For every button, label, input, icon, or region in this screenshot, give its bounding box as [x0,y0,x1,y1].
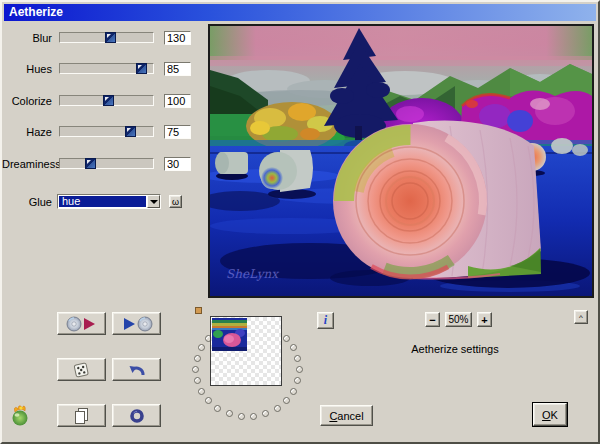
save-preset-button[interactable] [112,312,161,335]
memory-dot[interactable] [274,405,281,412]
titlebar[interactable]: Aetherize [4,4,596,21]
minus-icon: − [429,314,435,326]
memory-dot[interactable] [226,410,233,417]
glue-dropdown[interactable]: hue [57,194,161,209]
dial-preview-box[interactable] [210,316,282,386]
memory-dot[interactable] [192,366,199,373]
slider-track[interactable] [59,63,154,74]
memory-dot[interactable] [198,388,205,395]
slider-row-haze: Haze [2,125,202,140]
ok-button-frame: OK [532,402,568,427]
window-title: Aetherize [9,5,63,19]
cancel-button-label: Cancel [329,410,363,422]
zoom-level-button[interactable]: 50% [445,312,472,327]
zoom-level-label: 50% [448,314,468,325]
settings-thumbnail [212,318,247,351]
dropdown-button[interactable] [147,195,160,208]
settings-caption: Aetherize settings [342,343,568,355]
preview-pane[interactable]: SheLynx [208,24,594,298]
documents-icon [73,407,90,425]
zoom-out-button[interactable]: − [425,312,440,327]
aetherize-dialog: Aetherize Blur Hues Colorize Haze Dreami… [0,0,600,444]
omega-glyph: ω [172,197,179,207]
memory-dot[interactable] [198,344,205,351]
slider-thumb[interactable] [125,126,136,137]
slider-track[interactable] [59,95,154,106]
dice-icon [72,360,91,379]
cancel-button[interactable]: Cancel [320,405,373,426]
memory-dot[interactable] [194,377,201,384]
caret-icon: ^ [579,313,583,322]
plus-icon: + [481,314,487,326]
memory-dot[interactable] [294,355,301,362]
slider-thumb[interactable] [105,32,116,43]
slider-label: Blur [2,32,52,44]
preview-image: SheLynx [210,26,592,296]
memory-dot[interactable] [290,388,297,395]
memory-dot[interactable] [290,344,297,351]
ring-button[interactable] [112,404,161,427]
zoom-in-button[interactable]: + [477,312,492,327]
blue-ring-icon [129,408,145,424]
dial-marker[interactable] [195,307,202,314]
slider-track[interactable] [59,126,154,137]
slider-value-input[interactable] [164,62,191,76]
memory-dot[interactable] [283,335,290,342]
slider-value-input[interactable] [164,94,191,108]
slider-track[interactable] [59,158,154,169]
slider-row-colorize: Colorize [2,94,202,109]
slider-thumb[interactable] [85,158,96,169]
play-disc-icon [121,316,153,332]
slider-label: Colorize [2,95,52,107]
slider-value-input[interactable] [164,31,191,45]
slider-label: Dreaminess [2,158,52,170]
watermark: SheLynx [226,267,279,281]
slider-row-blur: Blur [2,31,202,46]
undo-button[interactable] [112,358,161,381]
pages-button[interactable] [57,404,106,427]
slider-label: Haze [2,126,52,138]
glue-swap-button[interactable]: ω [169,195,182,208]
slider-label: Hues [2,63,52,75]
memory-dot[interactable] [294,377,301,384]
info-button[interactable]: i [317,312,334,329]
slider-value-input[interactable] [164,157,191,171]
undo-arrow-icon [128,362,146,378]
randomize-button[interactable] [57,358,106,381]
slider-value-input[interactable] [164,125,191,139]
flaming-pear-logo[interactable] [8,402,32,426]
slider-track[interactable] [59,32,154,43]
chevron-down-icon [150,200,158,204]
memory-dot[interactable] [238,413,245,420]
glue-selected-option: hue [59,196,146,207]
ok-button[interactable]: OK [533,403,567,426]
slider-thumb[interactable] [136,63,147,74]
memory-dot[interactable] [296,366,303,373]
glue-label: Glue [2,196,52,208]
slider-row-dreaminess: Dreaminess [2,157,202,172]
slider-row-hues: Hues [2,62,202,77]
memory-dot[interactable] [205,397,212,404]
ok-button-label: OK [542,409,558,421]
memory-dot[interactable] [250,413,257,420]
collapse-button[interactable]: ^ [574,310,588,324]
memory-dot[interactable] [214,405,221,412]
disc-play-icon [66,316,98,332]
memory-dot[interactable] [283,397,290,404]
memory-dot[interactable] [262,410,269,417]
slider-thumb[interactable] [103,95,114,106]
memory-dot[interactable] [194,355,201,362]
info-icon: i [324,313,327,328]
load-preset-button[interactable] [57,312,106,335]
